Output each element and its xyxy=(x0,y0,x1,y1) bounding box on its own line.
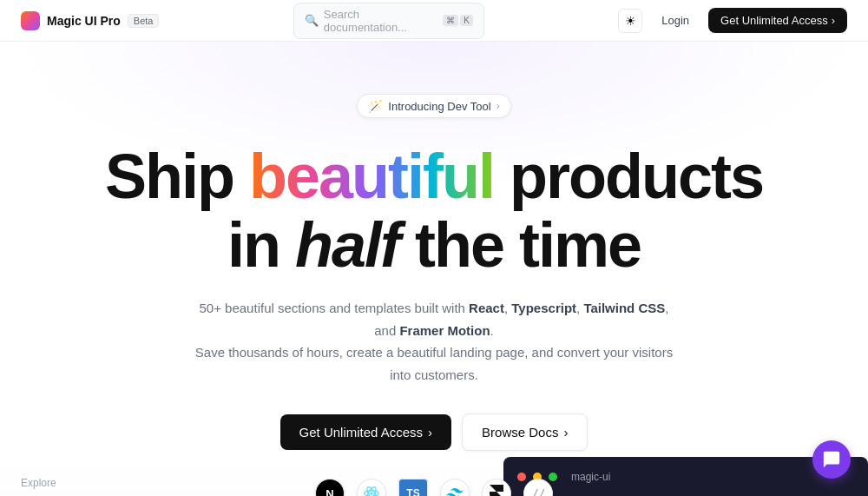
search-icon: 🔍 xyxy=(305,14,319,27)
search-shortcut: ⌘ K xyxy=(443,15,473,26)
title-in: in xyxy=(227,210,295,280)
react-icon xyxy=(357,479,386,496)
subtitle-before: 50+ beautiful sections and templates bui… xyxy=(199,301,469,315)
search-bar[interactable]: 🔍 Search documentation... ⌘ K xyxy=(293,3,484,39)
hero-title: Ship beautiful products in half the time xyxy=(105,142,763,280)
hero-subtitle: 50+ beautiful sections and templates bui… xyxy=(191,297,677,386)
chat-bubble[interactable] xyxy=(812,440,851,479)
navbar: Magic UI Pro Beta 🔍 Search documentation… xyxy=(0,0,868,42)
title-line2: in half the time xyxy=(227,210,641,280)
nav-center: 🔍 Search documentation... ⌘ K xyxy=(293,3,484,39)
logo-icon xyxy=(21,11,40,30)
nav-right: ☀ Login Get Unlimited Access › xyxy=(618,8,847,33)
title-line1: Ship beautiful products xyxy=(105,142,763,211)
lines-icon: // xyxy=(523,479,553,496)
title-beautiful: beautiful xyxy=(249,142,494,211)
subtitle-ts: Typescript xyxy=(511,301,576,315)
bottom-left-text: Explore xyxy=(0,470,77,496)
hero-cta-secondary-arrow: › xyxy=(563,425,568,440)
nav-cta-arrow: › xyxy=(832,14,835,27)
title-ship: Ship xyxy=(105,142,249,211)
introducing-pill[interactable]: 🪄 Introducing Dev Tool › xyxy=(357,94,510,118)
shortcut-sym: ⌘ xyxy=(443,15,458,26)
hero-cta-primary-arrow: › xyxy=(428,425,432,440)
tech-icons: N TS // xyxy=(315,479,553,496)
svg-point-0 xyxy=(370,493,372,495)
login-button[interactable]: Login xyxy=(653,9,698,32)
theme-toggle-button[interactable]: ☀ xyxy=(618,9,642,33)
hero-cta-primary[interactable]: Get Unlimited Access › xyxy=(280,414,452,450)
hero-cta-secondary[interactable]: Browse Docs › xyxy=(462,413,588,451)
main-content: 🪄 Introducing Dev Tool › Ship beautiful … xyxy=(0,0,868,496)
pill-text: Introducing Dev Tool xyxy=(388,100,490,113)
title-time: the time xyxy=(399,210,641,280)
logo-text: Magic UI Pro xyxy=(47,14,121,28)
title-half: half xyxy=(295,210,399,280)
typescript-icon: TS xyxy=(398,479,428,496)
beta-badge: Beta xyxy=(128,14,160,28)
nav-cta-button[interactable]: Get Unlimited Access › xyxy=(708,8,847,33)
hero-buttons: Get Unlimited Access › Browse Docs › xyxy=(280,413,589,451)
hero-cta-secondary-label: Browse Docs xyxy=(482,425,558,440)
subtitle-tailwind: Tailwind CSS xyxy=(583,301,665,315)
nav-cta-label: Get Unlimited Access xyxy=(720,14,828,27)
shortcut-key: K xyxy=(460,15,473,26)
title-products: products xyxy=(494,142,763,211)
tailwind-icon xyxy=(440,479,470,496)
subtitle-period: . xyxy=(490,323,494,338)
subtitle-line2: Save thousands of hours, create a beauti… xyxy=(195,345,673,382)
pill-emoji: 🪄 xyxy=(368,99,383,113)
pill-arrow: › xyxy=(496,100,500,112)
hero-cta-primary-label: Get Unlimited Access xyxy=(299,425,424,440)
search-placeholder: Search documentation... xyxy=(324,8,437,34)
nav-left: Magic UI Pro Beta xyxy=(21,11,159,30)
framer-icon xyxy=(482,479,511,496)
nextjs-icon: N xyxy=(315,479,345,496)
subtitle-react: React xyxy=(469,301,504,315)
subtitle-framer: Framer Motion xyxy=(399,323,490,338)
hero-content: 🪄 Introducing Dev Tool › Ship beautiful … xyxy=(105,42,763,496)
